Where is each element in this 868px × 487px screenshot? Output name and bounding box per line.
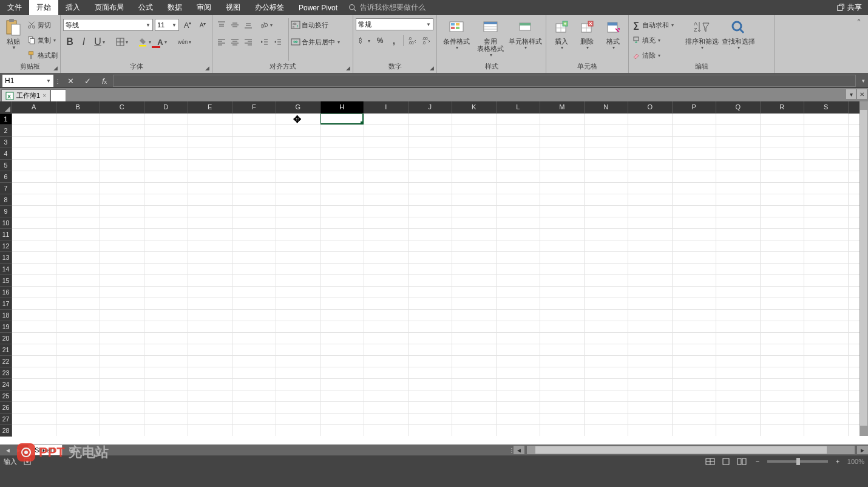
zoom-level[interactable]: 100% [847,458,864,465]
enter-formula-button[interactable]: ✓ [79,77,96,86]
row-header[interactable]: 27 [0,414,12,425]
orientation-button[interactable]: ab▾ [257,18,274,32]
zoom-out-button[interactable]: − [751,457,764,466]
tab-home[interactable]: 开始 [29,0,58,15]
increase-indent-button[interactable] [271,35,284,49]
tab-page-layout[interactable]: 页面布局 [87,0,131,15]
selected-cell[interactable] [320,114,364,124]
row-header[interactable]: 1 [0,114,12,125]
align-right-button[interactable] [242,35,255,49]
column-header[interactable]: S [804,101,849,114]
clear-button[interactable]: 清除▾ [631,49,683,62]
zoom-in-button[interactable]: + [832,457,844,466]
font-name-combo[interactable]: 等线▼ [63,19,153,31]
row-header[interactable]: 24 [0,379,12,390]
copy-button[interactable]: 复制▾ [27,33,58,47]
row-header[interactable]: 5 [0,160,12,171]
row-header[interactable]: 20 [0,333,12,344]
row-header[interactable]: 22 [0,356,12,367]
row-header[interactable]: 19 [0,321,12,333]
row-header[interactable]: 15 [0,275,12,287]
tab-review[interactable]: 审阅 [189,0,219,15]
align-left-button[interactable] [215,35,228,49]
cell-area[interactable]: ✥ [12,114,860,436]
sort-filter-button[interactable]: AZ 排序和筛选▾ [683,17,720,62]
row-header[interactable]: 14 [0,264,12,275]
row-header[interactable]: 2 [0,125,12,137]
sheet-nav-prev[interactable]: ◄ [2,445,13,455]
column-header[interactable]: A [12,101,56,114]
comma-button[interactable]: , [387,34,401,47]
dialog-launcher-icon[interactable]: ◢ [203,64,211,72]
row-header[interactable]: 4 [0,148,12,160]
italic-button[interactable]: I [77,35,90,49]
row-header[interactable]: 17 [0,298,12,310]
row-header[interactable]: 9 [0,206,12,217]
row-header[interactable]: 10 [0,217,12,229]
row-header[interactable]: 11 [0,229,12,240]
paste-button[interactable]: 粘贴 ▼ [2,17,24,62]
row-header[interactable]: 18 [0,310,12,321]
sheet-tab-active[interactable]: Sheet1 [28,444,63,455]
border-button[interactable]: ▾ [114,35,131,49]
align-center-button[interactable] [228,35,242,49]
column-header[interactable]: M [540,101,585,114]
decrease-decimal-button[interactable]: .00.0 [420,34,433,47]
formula-bar[interactable] [113,75,856,87]
dialog-launcher-icon[interactable]: ◢ [344,64,351,72]
close-icon[interactable]: × [42,92,46,99]
column-header[interactable]: N [585,101,629,114]
row-header[interactable]: 25 [0,390,12,402]
column-header[interactable]: P [673,101,717,114]
grip-icon[interactable]: ⋮ [509,447,514,454]
cut-button[interactable]: 剪切 [27,18,58,32]
collapse-ribbon-button[interactable]: ˄ [852,16,866,30]
new-sheet-button[interactable]: ⊕ [66,445,78,455]
decrease-font-button[interactable]: A▾ [196,18,209,32]
workbook-tab-new[interactable] [50,89,66,101]
scroll-thumb[interactable] [860,110,867,426]
row-header[interactable]: 12 [0,240,12,252]
format-painter-button[interactable]: 格式刷 [27,49,58,62]
tab-power-pivot[interactable]: Power Pivot [291,0,345,15]
decrease-indent-button[interactable] [257,35,271,49]
fill-button[interactable]: 填充▾ [631,33,683,47]
column-header[interactable]: H [320,101,365,114]
column-header[interactable]: O [628,101,673,114]
font-size-combo[interactable]: 11▼ [155,19,179,31]
tab-list-dropdown-button[interactable]: ▾ [846,89,856,99]
wrap-text-button[interactable]: abc 自动换行 [291,18,350,32]
column-header[interactable]: K [452,101,497,114]
find-select-button[interactable]: 查找和选择▾ [720,17,756,62]
zoom-slider[interactable] [767,460,828,463]
column-header[interactable]: L [497,101,541,114]
slider-knob[interactable] [796,458,800,465]
row-header[interactable]: 13 [0,252,12,264]
row-header[interactable]: 6 [0,171,12,183]
row-header[interactable]: 28 [0,425,12,437]
align-bottom-button[interactable] [242,18,255,32]
row-header[interactable]: 23 [0,367,12,379]
accounting-format-button[interactable]: ₿▾ [356,34,373,47]
row-header[interactable]: 16 [0,287,12,298]
tab-formulas[interactable]: 公式 [131,0,160,15]
column-header[interactable]: G [276,101,320,114]
column-header[interactable]: D [144,101,189,114]
autosum-button[interactable]: ∑自动求和▾ [631,18,683,32]
insert-function-button[interactable]: fx [96,77,113,86]
horizontal-scrollbar[interactable] [527,446,855,454]
column-header[interactable]: E [188,101,232,114]
insert-cells-button[interactable]: 插入▾ [549,17,574,62]
close-tab-strip-button[interactable]: ✕ [857,89,867,99]
column-header[interactable]: R [761,101,805,114]
dialog-launcher-icon[interactable]: ◢ [52,64,59,72]
dialog-launcher-icon[interactable]: ◢ [428,64,435,72]
view-normal-button[interactable] [704,457,716,466]
tab-view[interactable]: 视图 [219,0,248,15]
row-header[interactable]: 8 [0,194,12,206]
sheet-nav-next[interactable]: ► [13,445,24,455]
tab-file[interactable]: 文件 [0,0,29,15]
column-header[interactable]: Q [716,101,761,114]
scroll-thumb[interactable] [535,446,827,454]
row-header[interactable]: 21 [0,344,12,356]
